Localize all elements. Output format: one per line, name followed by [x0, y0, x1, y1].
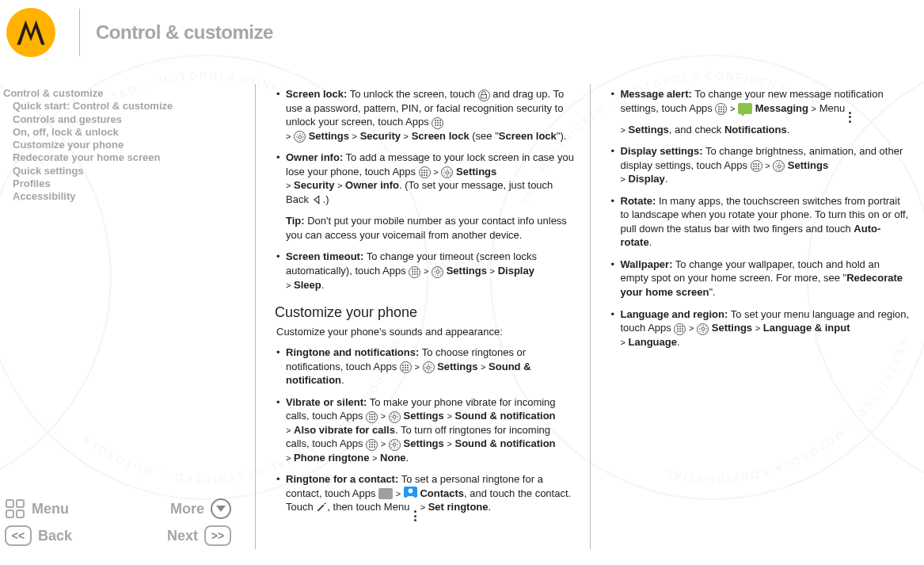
- tip-text: Tip: Don't put your mobile number as you…: [276, 214, 576, 242]
- svg-point-36: [416, 271, 418, 273]
- heading-customize-phone: Customize your phone: [275, 303, 576, 322]
- svg-point-47: [405, 369, 406, 371]
- svg-point-41: [405, 365, 406, 366]
- svg-point-28: [421, 174, 423, 176]
- svg-point-74: [718, 111, 720, 113]
- svg-point-87: [679, 326, 681, 327]
- svg-point-67: [408, 488, 413, 493]
- apps-icon: [366, 411, 378, 423]
- svg-point-26: [424, 172, 425, 174]
- menu-label: Menu: [32, 501, 69, 517]
- svg-point-91: [682, 328, 683, 330]
- svg-point-83: [753, 168, 755, 170]
- svg-point-18: [439, 122, 441, 124]
- page-title: Control & customize: [96, 21, 273, 44]
- svg-point-86: [677, 326, 679, 327]
- toc-item-controls-gestures[interactable]: Controls and gestures: [3, 113, 247, 126]
- svg-point-79: [758, 163, 759, 165]
- back-chevron-icon: <<: [5, 525, 32, 546]
- motorola-logo: [6, 8, 55, 57]
- apps-icon: [715, 103, 727, 115]
- item-display-settings: Display settings: To change brightness, …: [611, 144, 911, 186]
- more-button[interactable]: More: [170, 498, 231, 519]
- svg-point-55: [369, 418, 371, 420]
- apps-icon: [400, 361, 412, 373]
- svg-point-77: [753, 163, 755, 165]
- item-message-alert: Message alert: To change your new messag…: [611, 87, 911, 136]
- svg-point-93: [679, 330, 681, 332]
- svg-point-51: [374, 414, 375, 415]
- svg-point-89: [677, 328, 679, 330]
- svg-point-33: [416, 269, 418, 270]
- toc-item-quick-start[interactable]: Quick start: Control & customize: [3, 100, 247, 113]
- more-label: More: [170, 501, 204, 517]
- svg-point-32: [414, 269, 416, 270]
- svg-point-14: [437, 120, 439, 121]
- svg-point-27: [426, 172, 428, 174]
- item-screen-lock: Screen lock: To unlock the screen, touch…: [276, 87, 576, 143]
- svg-rect-9: [6, 500, 13, 507]
- svg-point-56: [371, 418, 373, 420]
- gear-icon: [389, 411, 401, 423]
- more-dropdown-icon: [211, 498, 231, 519]
- toc-item-customize-phone[interactable]: Customize your phone: [3, 139, 247, 151]
- next-button[interactable]: Next >>: [167, 525, 231, 546]
- gear-icon: [773, 160, 785, 172]
- svg-point-54: [374, 416, 375, 418]
- svg-point-70: [723, 106, 724, 108]
- svg-point-66: [374, 446, 375, 448]
- svg-point-78: [755, 163, 757, 165]
- svg-point-34: [412, 271, 413, 273]
- svg-point-90: [679, 328, 681, 330]
- svg-point-21: [439, 124, 441, 126]
- svg-point-85: [758, 168, 759, 170]
- svg-point-68: [718, 106, 720, 108]
- apps-icon: [751, 160, 762, 172]
- svg-point-35: [414, 271, 416, 273]
- intro-customize: Customize your phone's sounds and appear…: [276, 325, 576, 339]
- item-rotate: Rotate: In many apps, the touchscreen sw…: [611, 194, 911, 250]
- toc-item-control-customize[interactable]: Control & customize: [3, 87, 247, 100]
- item-owner-info: Owner info: To add a message to your loc…: [276, 151, 576, 206]
- svg-point-42: [407, 365, 409, 366]
- svg-point-69: [721, 106, 722, 108]
- svg-point-31: [412, 269, 413, 270]
- content-column-2: Message alert: To change your new messag…: [591, 65, 925, 565]
- svg-point-94: [682, 330, 683, 332]
- svg-point-61: [369, 444, 371, 445]
- svg-point-30: [426, 174, 428, 176]
- toc-item-profiles[interactable]: Profiles: [3, 178, 247, 190]
- toc-item-redecorate[interactable]: Redecorate your home screen: [3, 151, 247, 164]
- svg-point-44: [405, 367, 406, 368]
- item-wallpaper: Wallpaper: To change your wallpaper, tou…: [611, 258, 911, 300]
- contacts-icon: [404, 487, 417, 498]
- svg-point-57: [374, 418, 375, 420]
- gear-icon: [389, 439, 401, 451]
- table-of-contents: Control & customize Quick start: Control…: [3, 87, 247, 203]
- svg-point-22: [421, 170, 423, 171]
- svg-point-39: [416, 273, 418, 275]
- svg-point-23: [424, 170, 425, 171]
- messaging-icon: [738, 103, 752, 114]
- gear-icon: [294, 131, 306, 143]
- svg-point-19: [435, 124, 436, 126]
- item-language-region: Language and region: To set your menu la…: [611, 307, 911, 349]
- svg-point-58: [369, 441, 371, 443]
- menu-button[interactable]: Menu: [5, 498, 69, 519]
- toc-item-accessibility[interactable]: Accessibility: [3, 190, 247, 203]
- apps-icon: [419, 166, 431, 178]
- toc-item-on-off-lock[interactable]: On, off, lock & unlock: [3, 126, 247, 139]
- back-button[interactable]: << Back: [5, 525, 72, 546]
- toc-item-quick-settings[interactable]: Quick settings: [3, 165, 247, 178]
- sidebar: Control & customize Quick start: Control…: [0, 65, 255, 565]
- svg-point-88: [682, 326, 683, 327]
- back-triangle-icon: [312, 194, 323, 205]
- svg-point-43: [402, 367, 404, 368]
- svg-point-59: [371, 441, 373, 443]
- next-chevron-icon: >>: [204, 525, 231, 546]
- svg-point-84: [755, 168, 757, 170]
- svg-point-76: [723, 111, 724, 113]
- svg-rect-11: [6, 510, 13, 517]
- svg-point-48: [407, 369, 409, 371]
- app-square-icon: [378, 488, 393, 499]
